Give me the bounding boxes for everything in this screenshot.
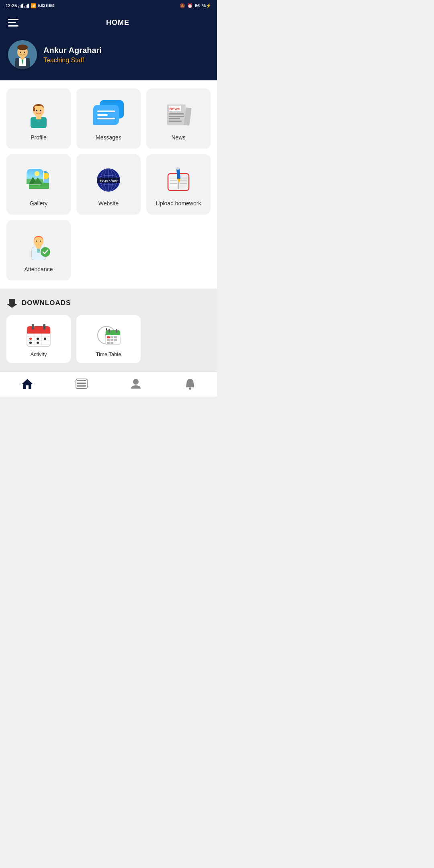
messages-label: Messages xyxy=(96,134,121,141)
user-role: Teaching Staff xyxy=(43,57,102,64)
avatar xyxy=(8,40,37,69)
svg-rect-86 xyxy=(108,329,110,333)
messages-icon xyxy=(93,100,124,128)
svg-rect-66 xyxy=(27,330,50,334)
svg-rect-92 xyxy=(111,339,113,341)
svg-rect-102 xyxy=(186,386,194,387)
wifi-icon: 📶 xyxy=(31,3,36,8)
bubble-line-3 xyxy=(97,118,115,119)
news-icon-area: NEWS xyxy=(162,98,194,130)
profile-nav-icon xyxy=(129,377,142,390)
svg-rect-67 xyxy=(32,324,34,330)
svg-rect-97 xyxy=(77,380,86,381)
svg-point-7 xyxy=(20,52,21,53)
page-title: HOME xyxy=(27,18,209,27)
svg-point-33 xyxy=(35,171,39,176)
timetable-label: Time Table xyxy=(96,351,121,357)
svg-point-77 xyxy=(29,342,32,344)
timetable-icon xyxy=(95,321,122,348)
news-label: News xyxy=(171,134,185,141)
svg-point-76 xyxy=(44,338,46,340)
website-icon-area: http://www xyxy=(92,164,125,196)
user-name: Ankur Agrahari xyxy=(43,46,102,55)
website-menu-item[interactable]: http://www Website xyxy=(76,154,141,215)
svg-rect-91 xyxy=(107,339,110,341)
bubble-front xyxy=(93,105,119,125)
timetable-download-item[interactable]: Time Table xyxy=(76,315,141,363)
gallery-label: Gallery xyxy=(30,200,47,207)
profile-menu-item[interactable]: Profile xyxy=(6,88,71,149)
svg-rect-94 xyxy=(107,342,110,344)
battery-icon: %⚡ xyxy=(202,3,211,8)
svg-rect-87 xyxy=(116,329,117,333)
attendance-icon xyxy=(25,232,53,260)
attendance-menu-item[interactable]: Attendance xyxy=(6,220,71,280)
svg-point-6 xyxy=(17,45,28,50)
nav-menu[interactable] xyxy=(67,376,96,392)
nav-home[interactable] xyxy=(13,376,42,392)
upload-homework-label: Upload homework xyxy=(156,200,201,207)
hamburger-line-1 xyxy=(8,19,18,20)
svg-point-60 xyxy=(36,241,37,242)
attendance-label: Attendance xyxy=(25,266,53,272)
svg-rect-89 xyxy=(111,336,113,338)
svg-rect-68 xyxy=(43,324,45,330)
gallery-icon xyxy=(25,166,52,194)
downloads-title: DOWNLOADS xyxy=(22,299,71,307)
speed: 0.52 KB/S xyxy=(38,4,55,8)
user-info: Ankur Agrahari Teaching Staff xyxy=(43,46,102,64)
user-profile-header: Ankur Agrahari Teaching Staff xyxy=(0,34,217,80)
svg-text:http://www: http://www xyxy=(99,179,118,182)
profile-icon xyxy=(25,100,53,128)
upload-homework-menu-item[interactable]: Upload homework xyxy=(146,154,211,215)
time: 12:25 xyxy=(6,3,17,8)
alarm-icon: ⏰ xyxy=(187,3,193,8)
upload-homework-icon-area xyxy=(162,164,194,196)
svg-marker-63 xyxy=(6,299,18,308)
svg-rect-12 xyxy=(33,107,35,111)
activity-icon-area xyxy=(25,321,52,348)
messages-menu-item[interactable]: Messages xyxy=(76,88,141,149)
signal-icon-2 xyxy=(25,4,29,8)
downloads-section: DOWNLOADS xyxy=(0,289,217,371)
activity-download-item[interactable]: Activity xyxy=(6,315,71,363)
bubble-line-2 xyxy=(97,114,108,116)
avatar-image xyxy=(8,40,37,69)
nav-profile[interactable] xyxy=(121,376,150,392)
svg-point-101 xyxy=(133,379,139,385)
download-arrow-icon xyxy=(6,297,18,309)
website-globe-icon: http://www xyxy=(95,166,122,194)
hamburger-menu-button[interactable] xyxy=(8,19,18,27)
activity-calendar-icon xyxy=(25,321,52,348)
timetable-icon-area xyxy=(95,321,122,348)
signal-icon xyxy=(18,4,23,8)
svg-point-78 xyxy=(37,342,39,344)
svg-point-8 xyxy=(24,52,25,53)
svg-point-15 xyxy=(35,111,37,113)
svg-rect-95 xyxy=(111,342,113,344)
status-right: 🔕 ⏰ 86 %⚡ xyxy=(180,3,211,8)
svg-rect-22 xyxy=(169,116,184,117)
bottom-nav xyxy=(0,371,217,397)
downloads-header: DOWNLOADS xyxy=(6,297,211,309)
gallery-menu-item[interactable]: Gallery xyxy=(6,154,71,215)
mute-icon: 🔕 xyxy=(180,3,185,8)
svg-point-103 xyxy=(189,387,191,390)
svg-rect-88 xyxy=(107,336,110,338)
profile-label: Profile xyxy=(31,134,47,141)
gallery-icon-area xyxy=(23,164,55,196)
home-nav-icon xyxy=(21,377,34,390)
news-icon: NEWS xyxy=(165,100,192,128)
profile-icon-area xyxy=(23,98,55,130)
svg-point-16 xyxy=(40,111,43,113)
svg-rect-90 xyxy=(114,336,117,338)
bubble-line-1 xyxy=(97,111,115,112)
notification-bell-nav-icon xyxy=(184,377,197,390)
main-content: Profile Messages xyxy=(0,80,217,289)
news-menu-item[interactable]: NEWS News xyxy=(146,88,211,149)
battery: 86 xyxy=(195,3,200,8)
nav-notifications[interactable] xyxy=(176,376,205,392)
svg-marker-96 xyxy=(22,379,33,389)
svg-rect-85 xyxy=(106,333,120,335)
activity-label: Activity xyxy=(30,351,47,357)
